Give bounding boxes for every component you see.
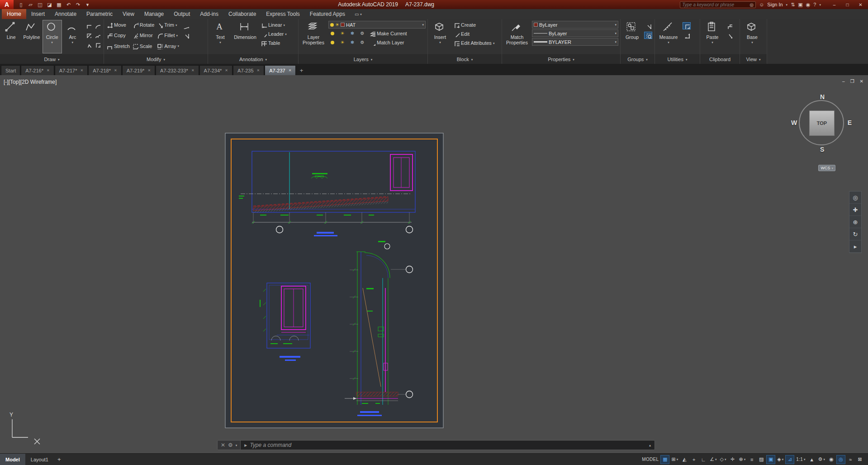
ortho-mode-toggle[interactable]: ∟ xyxy=(699,455,708,464)
viewport-restore-icon[interactable]: ❐ xyxy=(850,79,854,84)
viewcube[interactable]: N S W E TOP xyxy=(793,94,851,152)
object-snap-toggle[interactable]: ⊕▾ xyxy=(738,455,747,464)
save-as-button[interactable]: ◪ xyxy=(45,0,54,9)
qat-customize-menu[interactable]: ▾ xyxy=(83,0,92,9)
tab-close-icon[interactable]: ✕ xyxy=(225,68,228,72)
ribbon-tab-express-tools[interactable]: Express Tools xyxy=(261,9,304,19)
ellipse-tool-button[interactable] xyxy=(93,22,101,29)
id-point-button[interactable] xyxy=(683,32,691,39)
viewcube-south[interactable]: S xyxy=(820,146,824,153)
new-file-button[interactable]: ▯ xyxy=(16,0,26,9)
maximize-button[interactable]: □ xyxy=(841,0,854,9)
sign-in-caret-icon[interactable]: ▾ xyxy=(786,3,788,6)
tab-close-icon[interactable]: ✕ xyxy=(257,68,260,72)
notification-icon[interactable]: ◉ xyxy=(806,2,811,8)
fillet-button[interactable]: Fillet▾ xyxy=(156,31,180,39)
quick-select-button[interactable] xyxy=(683,22,691,29)
help-search-box[interactable]: ◎ xyxy=(680,1,756,8)
spline-tool-button[interactable] xyxy=(84,41,92,48)
panel-label-block[interactable]: Block▾ xyxy=(428,54,502,64)
ribbon-tab-insert[interactable]: Insert xyxy=(26,9,50,19)
layer-thaw-all-button[interactable]: ☀ xyxy=(338,39,346,46)
match-layer-button[interactable]: Match Layer xyxy=(368,38,405,47)
panel-label-groups[interactable]: Groups▾ xyxy=(621,54,655,64)
dynamic-input-toggle[interactable]: + xyxy=(689,455,698,464)
model-space-toggle[interactable]: MODEL xyxy=(640,455,660,464)
panel-label-view[interactable]: View▾ xyxy=(740,54,767,64)
insert-block-button[interactable]: Insert▾ xyxy=(429,20,451,53)
ribbon-tab-collaborate[interactable]: Collaborate xyxy=(223,9,261,19)
minimize-button[interactable]: – xyxy=(828,0,841,9)
panel-label-annotation[interactable]: Annotation▾ xyxy=(208,54,298,64)
layer-off-button[interactable] xyxy=(328,30,337,37)
save-button[interactable]: ◫ xyxy=(35,0,45,9)
create-block-button[interactable]: Create xyxy=(452,21,495,29)
revision-cloud-button[interactable] xyxy=(93,31,101,38)
layer-isolate-button[interactable]: ☀ xyxy=(338,30,346,37)
move-button[interactable]: Move xyxy=(105,21,131,29)
search-icon[interactable]: ◎ xyxy=(749,2,754,7)
tab-close-icon[interactable]: ✕ xyxy=(47,68,50,72)
rotate-button[interactable]: Rotate xyxy=(131,21,155,29)
table-button[interactable]: Table xyxy=(260,39,288,47)
model-space-viewport[interactable]: Y [-][Top][2D Wireframe] – ❐ ✕ N S W E T… xyxy=(0,75,868,453)
layer-lock-button[interactable]: ⚙ xyxy=(358,30,366,37)
command-customize-caret-icon[interactable]: ▾ xyxy=(236,444,237,447)
app-store-icon[interactable]: ▣ xyxy=(798,2,802,8)
plot-button[interactable]: ▦ xyxy=(54,0,64,9)
polar-tracking-toggle[interactable]: ∠▾ xyxy=(708,455,718,464)
drawing-canvas[interactable]: Y xyxy=(0,75,868,453)
panel-label-modify[interactable]: Modify▾ xyxy=(104,54,208,64)
viewport-minimize-icon[interactable]: – xyxy=(842,79,845,84)
dynamic-ucs-toggle[interactable]: ⊿ xyxy=(785,455,794,464)
help-icon[interactable]: ? xyxy=(813,2,816,7)
command-customize-icon[interactable]: ⚙ xyxy=(228,442,233,448)
autodesk-exchange-icon[interactable]: ⇅ xyxy=(791,2,795,8)
isometric-drafting-toggle[interactable]: ◇▾ xyxy=(719,455,728,464)
ribbon-tab-output[interactable]: Output xyxy=(169,9,195,19)
tab-close-icon[interactable]: ✕ xyxy=(80,68,83,72)
lineweight-display-toggle[interactable]: ≡ xyxy=(747,455,756,464)
undo-button[interactable]: ↶ xyxy=(64,0,73,9)
ungroup-button[interactable] xyxy=(644,22,652,29)
object-snap-tracking-toggle[interactable]: ✛ xyxy=(728,455,737,464)
explode-button[interactable] xyxy=(182,32,190,39)
layout1-tab[interactable]: Layout1 xyxy=(25,454,54,465)
region-tool-button[interactable] xyxy=(93,41,101,48)
new-layout-button[interactable]: + xyxy=(54,454,65,465)
ribbon-tab-add-ins[interactable]: Add-ins xyxy=(195,9,223,19)
dimension-button[interactable]: Dimension xyxy=(232,20,258,53)
erase-button[interactable] xyxy=(182,22,190,29)
group-selection-toggle[interactable] xyxy=(644,32,652,39)
match-properties-button[interactable]: Match Properties xyxy=(503,20,531,53)
ribbon-display-toggle[interactable]: ▭ ▾ xyxy=(350,9,366,19)
edit-block-button[interactable]: Edit xyxy=(452,30,495,38)
zoom-extents-button[interactable]: ⊕ xyxy=(849,216,861,228)
close-button[interactable]: ✕ xyxy=(854,0,867,9)
tab-close-icon[interactable]: ✕ xyxy=(114,68,117,72)
mirror-button[interactable]: Mirror xyxy=(131,31,155,39)
annotation-scale-button[interactable]: 1:1▾ xyxy=(795,455,806,464)
panel-label-draw[interactable]: Draw▾ xyxy=(0,54,104,64)
line-button[interactable]: Line xyxy=(1,20,21,53)
workspace-switching-button[interactable]: ⚙▾ xyxy=(817,455,826,464)
linear-dimension-button[interactable]: Linear▾ xyxy=(260,21,288,29)
layer-unlock-button[interactable]: ❄ xyxy=(348,39,356,46)
new-drawing-tab-button[interactable]: + xyxy=(296,65,306,75)
transparency-toggle[interactable]: ▨ xyxy=(757,455,766,464)
viewport-close-icon[interactable]: ✕ xyxy=(860,79,863,84)
help-search-input[interactable] xyxy=(682,2,749,7)
3d-object-snap-toggle[interactable]: ◈▾ xyxy=(776,455,785,464)
arc-button[interactable]: Arc ▾ xyxy=(63,20,82,53)
layer-color-swatch[interactable] xyxy=(341,23,345,27)
copy-clip-button[interactable] xyxy=(725,22,733,29)
panel-label-clipboard[interactable]: Clipboard xyxy=(700,54,740,64)
panel-label-layers[interactable]: Layers▾ xyxy=(299,54,427,64)
cut-clip-button[interactable] xyxy=(725,32,733,39)
ribbon-tab-parametric[interactable]: Parametric xyxy=(81,9,118,19)
tab-close-icon[interactable]: ✕ xyxy=(191,68,194,72)
viewcube-west[interactable]: W xyxy=(791,119,797,126)
application-menu-button[interactable]: A xyxy=(0,0,14,9)
ribbon-tab-manage[interactable]: Manage xyxy=(139,9,169,19)
copy-button[interactable]: Copy xyxy=(105,31,131,39)
